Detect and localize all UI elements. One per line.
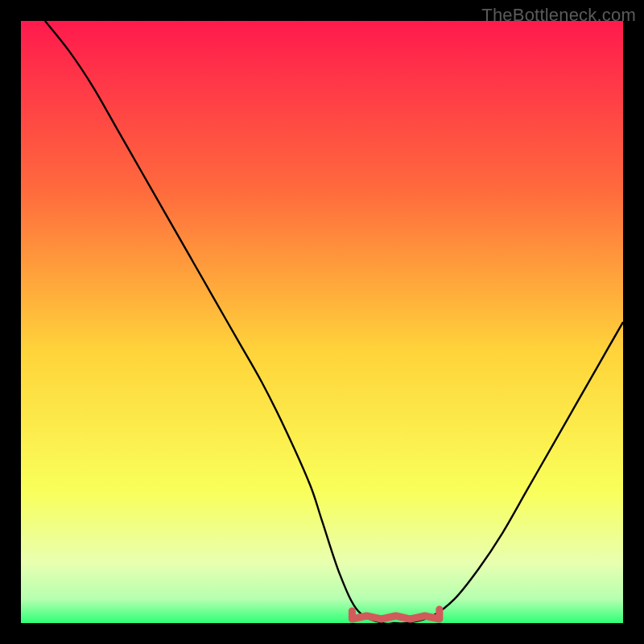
watermark-text: TheBottleneck.com: [481, 5, 636, 26]
plot-svg: [21, 21, 623, 623]
plot-area: [21, 21, 623, 623]
gradient-background: [21, 21, 623, 623]
chart-stage: TheBottleneck.com: [0, 0, 644, 644]
